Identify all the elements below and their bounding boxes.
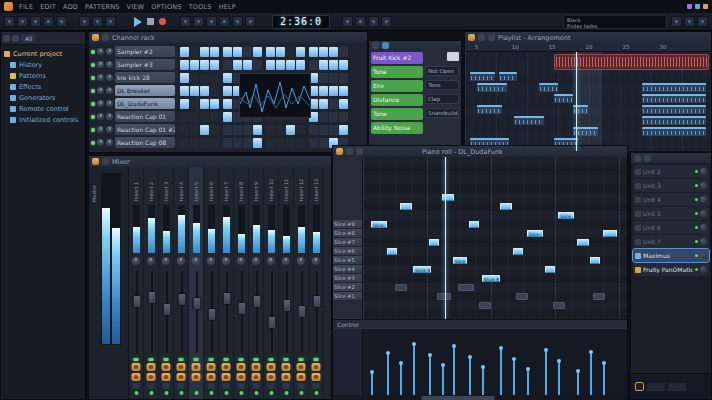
- mute-led[interactable]: [269, 358, 274, 361]
- toolbar-icon[interactable]: [219, 16, 230, 27]
- step-cell[interactable]: [200, 86, 209, 96]
- step-cell[interactable]: [180, 73, 189, 83]
- channel-pan-knob[interactable]: [97, 87, 104, 94]
- insert-slot[interactable]: Unit 4: [633, 193, 709, 206]
- mute-led[interactable]: [224, 358, 229, 361]
- fx-slot-icon[interactable]: [282, 373, 291, 381]
- velocity-stem[interactable]: [500, 348, 502, 395]
- piano-note[interactable]: [593, 293, 605, 300]
- mixer-pan-knob[interactable]: [282, 257, 290, 265]
- fx-slot-icon[interactable]: [282, 363, 291, 371]
- piano-note[interactable]: Slice #1: [482, 275, 500, 282]
- step-cell[interactable]: [200, 47, 209, 57]
- collapse-icon[interactable]: [3, 35, 10, 42]
- mute-led[interactable]: [284, 358, 289, 361]
- mixer-strip[interactable]: Insert 12: [294, 167, 309, 399]
- channel-pan-knob[interactable]: [97, 139, 104, 146]
- pattern-clip[interactable]: [514, 116, 544, 125]
- mixer-pan-knob[interactable]: [177, 257, 185, 265]
- step-cell[interactable]: [253, 60, 262, 70]
- velocity-stem[interactable]: [387, 353, 389, 395]
- fader-handle[interactable]: [252, 295, 261, 308]
- velocity-stem[interactable]: [400, 363, 402, 395]
- graph-editor[interactable]: [239, 73, 311, 118]
- fx-slot-icon[interactable]: [207, 373, 216, 381]
- menu-item-options[interactable]: OPTIONS: [151, 3, 181, 11]
- step-cell[interactable]: [329, 73, 338, 83]
- fader-handle[interactable]: [282, 299, 291, 312]
- slice-key[interactable]: Slice #2: [333, 283, 362, 292]
- step-cell[interactable]: [180, 60, 189, 70]
- pattern-clip[interactable]: [477, 105, 502, 114]
- channel-rack-titlebar[interactable]: Channel rack: [89, 32, 367, 43]
- pattern-clip[interactable]: [642, 127, 706, 136]
- step-cell[interactable]: [180, 99, 189, 109]
- mixer-pan-knob[interactable]: [252, 257, 260, 265]
- fx-slot-icon[interactable]: [162, 363, 171, 371]
- channel-button[interactable]: Reaction Cap 08: [115, 137, 175, 148]
- piano-note[interactable]: Slice #6: [371, 221, 387, 228]
- fader-handle[interactable]: [267, 316, 276, 329]
- master-strip[interactable]: Master: [89, 167, 129, 399]
- step-cell[interactable]: [266, 125, 275, 135]
- channel-pan-knob[interactable]: [97, 113, 104, 120]
- mixer-pan-knob[interactable]: [132, 257, 140, 265]
- mixer-strip[interactable]: Insert 2: [144, 167, 159, 399]
- browser-item[interactable]: Patterns: [1, 70, 85, 81]
- piano-note[interactable]: [395, 284, 407, 291]
- step-cell[interactable]: [339, 86, 348, 96]
- mixer-strip[interactable]: Insert 9: [249, 167, 264, 399]
- fx-slot-icon[interactable]: [297, 363, 306, 371]
- mixer-fader[interactable]: [234, 269, 249, 355]
- channel-volume-knob[interactable]: [106, 139, 113, 146]
- mixer-pan-knob[interactable]: [162, 257, 170, 265]
- step-cell[interactable]: [210, 60, 219, 70]
- pattern-clip[interactable]: [554, 94, 574, 103]
- step-cell[interactable]: [190, 86, 199, 96]
- piano-note[interactable]: [429, 239, 439, 246]
- pattern-clip[interactable]: [642, 83, 706, 92]
- step-cell[interactable]: [190, 138, 199, 148]
- piano-note[interactable]: Slice #2: [413, 266, 431, 273]
- step-cell[interactable]: [210, 112, 219, 122]
- menu-icon[interactable]: [346, 148, 353, 155]
- mixer-fader[interactable]: [309, 269, 324, 355]
- step-cell[interactable]: [200, 138, 209, 148]
- toolbar-icon[interactable]: [697, 16, 708, 27]
- toolbar-icon[interactable]: [684, 16, 695, 27]
- fader-handle[interactable]: [147, 291, 156, 304]
- step-cell[interactable]: [319, 99, 328, 109]
- step-cell[interactable]: [210, 86, 219, 96]
- mixer-fader[interactable]: [129, 269, 144, 355]
- step-cell[interactable]: [276, 47, 285, 57]
- velocity-stem[interactable]: [558, 361, 560, 395]
- step-cell[interactable]: [319, 73, 328, 83]
- mixer-strip[interactable]: Insert 6: [204, 167, 219, 399]
- fx-slot-icon[interactable]: [192, 373, 201, 381]
- step-cell[interactable]: [190, 47, 199, 57]
- browser-item[interactable]: Current project: [1, 48, 85, 59]
- step-cell[interactable]: [286, 138, 295, 148]
- step-cell[interactable]: [180, 138, 189, 148]
- midi-in-button[interactable]: [647, 383, 665, 391]
- mute-led[interactable]: [164, 358, 169, 361]
- channel-volume-knob[interactable]: [106, 126, 113, 133]
- route-button[interactable]: [133, 383, 140, 389]
- piano-note[interactable]: [603, 230, 617, 237]
- fader-handle[interactable]: [222, 292, 231, 305]
- mute-led[interactable]: [194, 358, 199, 361]
- fx-slot-icon[interactable]: [207, 363, 216, 371]
- fx-slot-icon[interactable]: [222, 363, 231, 371]
- step-cell[interactable]: [253, 47, 262, 57]
- mixer-pan-knob[interactable]: [237, 257, 245, 265]
- mute-led[interactable]: [299, 358, 304, 361]
- slot-mix-knob[interactable]: [700, 266, 707, 273]
- piano-note[interactable]: [577, 239, 589, 246]
- step-cell[interactable]: [243, 125, 252, 135]
- channel-button[interactable]: DL_DudaFunk: [115, 98, 175, 109]
- playlist-titlebar[interactable]: Playlist - Arrangement: [465, 32, 711, 43]
- step-cell[interactable]: [223, 138, 232, 148]
- step-cell[interactable]: [339, 47, 348, 57]
- insert-slot[interactable]: Unit 5: [633, 207, 709, 220]
- step-cell[interactable]: [223, 73, 232, 83]
